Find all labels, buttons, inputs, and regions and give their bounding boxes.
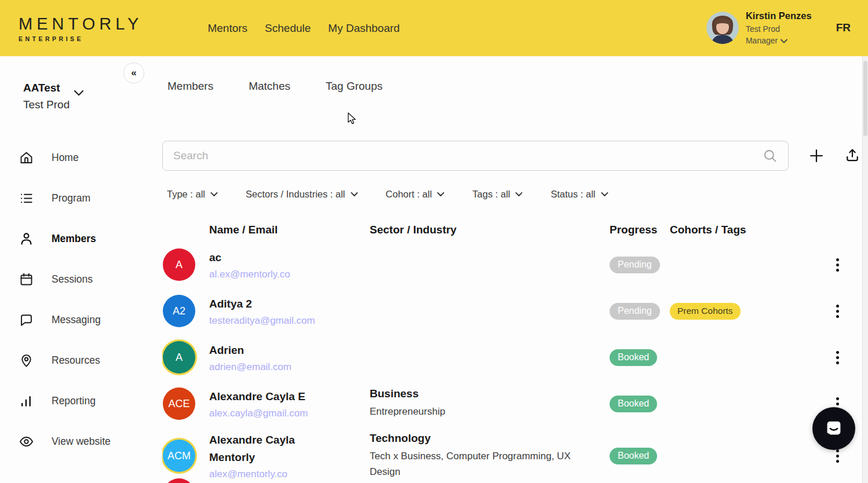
language-toggle[interactable]: FR (836, 21, 851, 34)
table-row[interactable]: A ac al.ex@mentorly.co Pending (163, 241, 860, 288)
tab-members[interactable]: Members (167, 80, 213, 93)
avatar: ACM (163, 440, 195, 472)
avatar: A (163, 248, 195, 281)
status-badge: Booked (610, 448, 657, 464)
calendar-icon (19, 272, 34, 287)
upload-button[interactable] (844, 148, 860, 164)
member-name[interactable]: Aditya 2 (209, 295, 331, 312)
top-navigation: Mentors Schedule My Dashboard (207, 22, 399, 35)
nav-mentors[interactable]: Mentors (207, 22, 247, 35)
search-icon[interactable] (763, 148, 778, 163)
avatar: A2 (163, 295, 195, 327)
home-icon (19, 150, 34, 166)
members-table: Name / Email Sector / Industry Progress … (163, 218, 860, 483)
status-badge: Pending (610, 303, 660, 320)
sidebar-item-messaging[interactable]: Messaging (0, 299, 162, 340)
user-avatar[interactable] (706, 12, 739, 44)
member-sector-detail: Tech x Business, Computer Programming, U… (370, 449, 584, 480)
logo-title: MENTORLY (19, 14, 143, 34)
person-icon (19, 231, 34, 247)
member-name[interactable]: Adrien (209, 342, 331, 358)
mentorly-logo[interactable]: MENTORLY ENTERPRISE (19, 14, 143, 42)
filter-tags[interactable]: Tags : all (472, 189, 523, 200)
column-sector-industry: Sector / Industry (370, 224, 610, 236)
table-row[interactable]: A Adrien adrien@email.com Booked (163, 334, 860, 380)
member-email[interactable]: alex.cayla@gmail.com (209, 408, 370, 419)
logo-subtitle: ENTERPRISE (19, 35, 143, 42)
mouse-cursor (347, 112, 358, 126)
nav-my-dashboard[interactable]: My Dashboard (328, 22, 400, 35)
plus-icon (808, 148, 825, 164)
app-header: MENTORLY ENTERPRISE Mentors Schedule My … (0, 0, 868, 56)
sidebar-item-home[interactable]: Home (0, 137, 162, 178)
upload-icon (844, 148, 860, 164)
page-scrollbar[interactable] (862, 56, 868, 483)
sidebar-item-label: Program (52, 192, 90, 204)
filter-type[interactable]: Type : all (167, 189, 218, 200)
status-badge: Pending (610, 257, 660, 273)
bar-chart-icon (19, 393, 34, 409)
add-member-button[interactable] (808, 148, 825, 164)
tab-tag-groups[interactable]: Tag Groups (326, 80, 382, 93)
member-email[interactable]: testeraditya@gmail.com (209, 315, 370, 327)
table-row[interactable]: A2 Aditya 2 testeraditya@gmail.com Pendi… (163, 288, 860, 334)
chat-launcher-button[interactable] (812, 407, 855, 450)
sidebar-item-label: Home (52, 152, 79, 164)
member-name[interactable]: ac (209, 249, 331, 266)
sidebar-item-members[interactable]: Members (0, 218, 162, 259)
user-role-menu[interactable]: Manager (746, 35, 812, 46)
scrollbar-thumb[interactable] (863, 61, 867, 136)
search-input[interactable] (173, 149, 763, 162)
member-name[interactable]: Alexandre Cayla Mentorly (209, 431, 331, 466)
member-email[interactable]: adrien@email.com (209, 361, 370, 373)
list-icon (19, 191, 34, 206)
column-name-email: Name / Email (209, 224, 370, 236)
map-pin-icon (19, 353, 34, 368)
workspace-name: AATest (23, 79, 70, 96)
user-photo-icon (706, 12, 739, 44)
chat-smile-icon (823, 418, 845, 440)
sidebar-item-resources[interactable]: Resources (0, 340, 162, 380)
sidebar-item-view-website[interactable]: View website (0, 421, 162, 462)
status-badge: Booked (610, 396, 657, 412)
filter-cohort[interactable]: Cohort : all (386, 189, 445, 200)
tab-matches[interactable]: Matches (249, 80, 290, 93)
row-menu-button[interactable] (834, 349, 841, 367)
member-email[interactable]: alex@mentorly.co (209, 469, 370, 480)
workspace-selector[interactable]: AATest Test Prod (23, 79, 70, 114)
chevron-down-icon (210, 192, 218, 197)
eye-icon (19, 434, 34, 449)
table-header: Name / Email Sector / Industry Progress … (163, 218, 860, 241)
sidebar-item-label: Reporting (52, 395, 96, 407)
main-content: Members Matches Tag Groups (162, 56, 868, 483)
sidebar-item-program[interactable]: Program (0, 178, 162, 218)
chevron-down-icon (351, 192, 358, 197)
member-email[interactable]: al.ex@mentorly.co (209, 269, 370, 280)
user-info: Kirstin Penzes Test Prod Manager (746, 9, 812, 47)
sidebar-item-reporting[interactable]: Reporting (0, 380, 162, 421)
avatar: ACE (163, 387, 195, 420)
sidebar-item-label: Resources (52, 354, 100, 367)
column-progress: Progress (610, 224, 670, 236)
sidebar-item-label: Sessions (52, 273, 93, 286)
member-name[interactable]: Alexandre Cayla E (209, 388, 331, 405)
chevron-down-icon (437, 192, 444, 197)
sidebar-item-label: View website (52, 436, 111, 448)
status-badge: Booked (610, 349, 657, 366)
row-menu-button[interactable] (834, 256, 841, 274)
chevron-down-icon[interactable] (74, 90, 84, 96)
filter-status[interactable]: Status : all (550, 189, 608, 200)
column-cohorts-tags: Cohorts / Tags (670, 224, 826, 236)
row-menu-button[interactable] (834, 302, 841, 320)
user-name: Kirstin Penzes (746, 9, 812, 23)
table-row[interactable]: ACE Alexandre Cayla E alex.cayla@gmail.c… (163, 380, 860, 427)
sidebar-item-label: Members (52, 233, 96, 245)
filter-sectors[interactable]: Sectors / Industries : all (246, 189, 358, 200)
workspace-org: Test Prod (23, 96, 70, 113)
sidebar-collapse-button[interactable]: « (123, 63, 144, 83)
search-bar (162, 141, 789, 171)
nav-schedule[interactable]: Schedule (265, 22, 311, 35)
table-row[interactable]: ACM Alexandre Cayla Mentorly alex@mentor… (163, 427, 860, 483)
sidebar-item-sessions[interactable]: Sessions (0, 259, 162, 299)
cohort-tag-badge[interactable]: Prem Cohorts (670, 303, 741, 320)
